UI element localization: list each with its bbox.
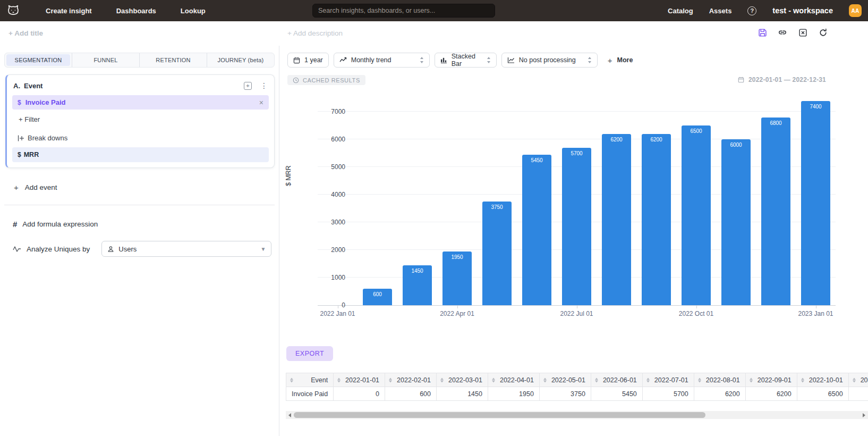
export-button[interactable]: EXPORT [286, 346, 333, 361]
sort-icon[interactable] [750, 378, 753, 382]
chart-toolbar: 1 year Monthly trend Stacked Bar [287, 53, 633, 68]
workspace-name[interactable]: test - workspace [772, 6, 833, 15]
sort-icon[interactable] [543, 378, 547, 382]
chart-plot-area[interactable]: 0100020003000400050006000700060014501950… [318, 93, 836, 306]
sort-icon[interactable] [440, 378, 444, 382]
breakdown-icon [18, 135, 24, 142]
bar-slot-2022-03-01: 1450 [397, 93, 437, 305]
column-header-2022-07-01[interactable]: 2022-07-01 [642, 373, 694, 387]
add-event-button[interactable]: + Add event [14, 183, 279, 192]
bar-2022-03-01[interactable]: 1450 [403, 265, 432, 305]
x-tick [577, 306, 577, 308]
sort-icon[interactable] [853, 378, 856, 382]
column-header-2022-11-01[interactable]: 2022-11-01 [848, 373, 868, 387]
remove-event-icon[interactable]: × [259, 98, 263, 107]
table-row-Invoice Paid[interactable]: Invoice Paid0600145019503750545057006200… [286, 387, 868, 401]
column-header-2022-02-01[interactable]: 2022-02-01 [385, 373, 437, 387]
bar-2022-07-01[interactable]: 5700 [562, 148, 592, 305]
breakdown-property-row[interactable]: $ MRR [12, 147, 269, 162]
plus-icon: + [14, 183, 19, 192]
select-chevrons-icon [420, 57, 424, 63]
sort-icon[interactable] [492, 378, 495, 382]
event-card-index: A. [13, 82, 20, 90]
avatar[interactable]: AA [849, 4, 862, 17]
more-options-button[interactable]: + More [608, 56, 633, 65]
x-tick [338, 306, 338, 308]
scroll-right-arrow[interactable] [860, 411, 868, 419]
bar-value-label: 5700 [562, 150, 592, 156]
bar-2022-04-01[interactable]: 1950 [442, 251, 472, 305]
column-header-2022-05-01[interactable]: 2022-05-01 [539, 373, 591, 387]
tab-funnel[interactable]: FUNNEL [72, 53, 140, 67]
sort-icon[interactable] [389, 378, 392, 382]
nav-lookup[interactable]: Lookup [181, 7, 206, 15]
scrollbar-track[interactable] [294, 411, 860, 419]
add-formula-button[interactable]: # Add formula expression [13, 220, 279, 229]
tab-retention[interactable]: RETENTION [140, 53, 207, 67]
nav-dashboards[interactable]: Dashboards [116, 7, 156, 15]
save-icon[interactable] [758, 28, 767, 37]
uniques-by-select[interactable]: Users ▼ [101, 241, 271, 257]
time-group-select[interactable]: Monthly trend [334, 53, 430, 68]
nav-assets[interactable]: Assets [709, 7, 732, 15]
copy-link-icon[interactable] [778, 28, 787, 37]
tab-segmentation[interactable]: SEGMENTATION [5, 53, 72, 67]
nav-create-insight[interactable]: Create insight [46, 7, 92, 15]
bar-2022-10-01[interactable]: 6500 [682, 125, 711, 305]
brand-logo-cat-icon[interactable] [5, 3, 21, 19]
bar-2022-02-01[interactable]: 600 [363, 289, 393, 305]
scrollbar-thumb[interactable] [294, 412, 705, 418]
column-header-2022-08-01[interactable]: 2022-08-01 [694, 373, 745, 387]
bar-2022-11-01[interactable]: 6000 [721, 139, 751, 305]
add-title-field[interactable]: + Add title [8, 29, 43, 37]
tab-funnel-label: FUNNEL [93, 57, 117, 63]
nav-catalog[interactable]: Catalog [668, 7, 693, 15]
column-header-2022-03-01[interactable]: 2022-03-01 [437, 373, 488, 387]
date-range-button[interactable]: 1 year [287, 53, 329, 68]
bar-2023-01-01[interactable]: 7400 [801, 101, 831, 305]
x-tick-label: 2022 Apr 01 [440, 310, 474, 317]
bar-2022-09-01[interactable]: 6200 [642, 134, 671, 305]
bar-2022-05-01[interactable]: 3750 [482, 202, 512, 305]
bar-value-label: 6000 [721, 142, 751, 148]
column-header-2022-01-01[interactable]: 2022-01-01 [334, 373, 385, 387]
export-excel-icon[interactable] [798, 28, 807, 37]
add-description-field[interactable]: + Add description [287, 29, 343, 37]
add-filter-button[interactable]: + Filter [12, 115, 269, 123]
cell-2022-11-01: 6000 [848, 387, 868, 401]
help-icon[interactable]: ? [747, 6, 756, 15]
bar-2022-06-01[interactable]: 5450 [522, 155, 552, 305]
duplicate-event-icon[interactable]: + [244, 82, 252, 90]
column-header-event[interactable]: Event [286, 373, 334, 387]
add-formula-label: Add formula expression [22, 220, 98, 228]
column-header-2022-10-01[interactable]: 2022-10-01 [797, 373, 848, 387]
breakdowns-button[interactable]: Break downs [12, 134, 269, 142]
sort-icon[interactable] [337, 378, 341, 382]
chart-type-select[interactable]: Stacked Bar [435, 53, 497, 68]
sort-icon[interactable] [698, 378, 701, 382]
sort-icon[interactable] [646, 378, 650, 382]
sort-icon[interactable] [801, 378, 804, 382]
bar-2022-12-01[interactable]: 6800 [761, 118, 791, 305]
bar-2022-08-01[interactable]: 6200 [602, 134, 632, 305]
global-search-input[interactable] [312, 4, 495, 18]
post-processing-select[interactable]: No post processing [501, 53, 598, 68]
calendar-icon [738, 77, 744, 83]
chart-type-value: Stacked Bar [452, 53, 482, 68]
refresh-icon[interactable] [818, 28, 828, 37]
selected-event-row[interactable]: $ Invoice Paid × [12, 95, 269, 110]
event-card-menu-icon[interactable]: ⋮ [260, 81, 268, 90]
bar-slot-2022-09-01: 6200 [636, 93, 676, 305]
scroll-left-arrow[interactable] [286, 411, 294, 419]
tab-journey[interactable]: JOURNEY (beta) [207, 53, 274, 67]
column-header-2022-09-01[interactable]: 2022-09-01 [745, 373, 797, 387]
sort-icon[interactable] [290, 378, 293, 382]
table-horizontal-scrollbar[interactable] [286, 411, 868, 419]
dollar-icon: $ [18, 99, 21, 106]
column-header-2022-04-01[interactable]: 2022-04-01 [488, 373, 539, 387]
bar-value-label: 6200 [602, 137, 632, 142]
trend-icon [339, 57, 347, 63]
sort-icon[interactable] [595, 378, 598, 382]
column-header-2022-06-01[interactable]: 2022-06-01 [591, 373, 642, 387]
bar-slot-2022-08-01: 6200 [597, 93, 636, 305]
